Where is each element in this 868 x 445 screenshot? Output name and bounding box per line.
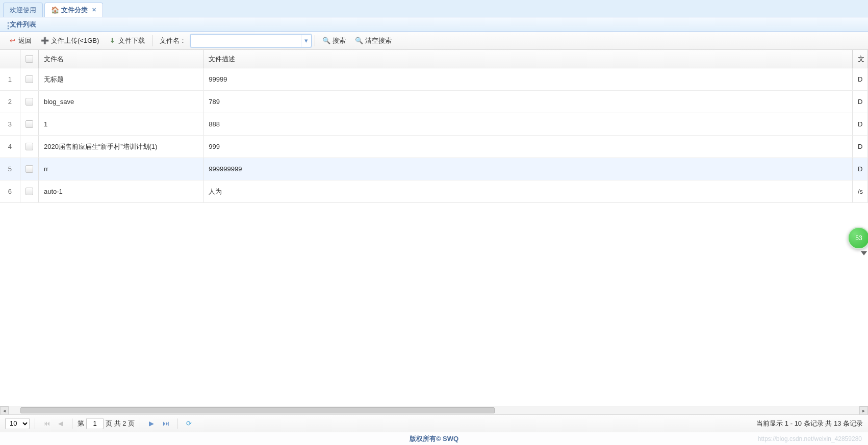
table-row[interactable]: 5rr999999999D <box>0 158 868 180</box>
row-number: 5 <box>0 158 20 180</box>
tab-welcome-label: 欢迎使用 <box>10 6 36 15</box>
copyright: 版权所有© SWQ <box>410 434 458 443</box>
separator <box>35 418 35 429</box>
table-row[interactable]: 31888D <box>0 113 868 136</box>
cell-desc: 人为 <box>203 180 853 202</box>
row-checkbox[interactable] <box>25 165 33 173</box>
cell-name: auto-1 <box>39 180 203 202</box>
select-all-checkbox[interactable] <box>25 55 33 63</box>
cell-ext: D <box>853 136 868 158</box>
col-header-ext[interactable]: 文 <box>853 50 868 68</box>
row-number: 4 <box>0 136 20 158</box>
row-number: 2 <box>0 91 20 113</box>
cell-ext: D <box>853 158 868 180</box>
cell-name: 2020届售前应届生“新手村”培训计划(1) <box>39 136 203 158</box>
row-checkbox-cell <box>20 113 39 135</box>
row-number: 6 <box>0 180 20 202</box>
row-checkbox-cell <box>20 158 39 180</box>
row-checkbox[interactable] <box>25 98 33 106</box>
cell-desc: 999999999 <box>203 158 853 180</box>
cell-ext: D <box>853 113 868 135</box>
clear-search-button[interactable]: 🔍 清空搜索 <box>351 35 396 47</box>
tab-welcome[interactable]: 欢迎使用 <box>3 3 43 17</box>
search-label: 搜索 <box>333 36 346 45</box>
upload-icon: ➕ <box>41 37 49 44</box>
filename-input[interactable] <box>191 35 301 47</box>
separator <box>177 418 177 429</box>
grid-header: 文件名 文件描述 文 <box>0 50 868 68</box>
page-number-input[interactable] <box>86 418 104 429</box>
panel-header: 文件列表 <box>0 17 868 32</box>
row-checkbox-cell <box>20 91 39 113</box>
cell-desc: 789 <box>203 91 853 113</box>
chevron-down-icon[interactable]: ▾ <box>301 35 311 47</box>
table-row[interactable]: 2blog_save789D <box>0 91 868 113</box>
clear-search-label: 清空搜索 <box>365 36 392 45</box>
row-checkbox-cell <box>20 136 39 158</box>
grid: 文件名 文件描述 文 1无标题99999D2blog_save789D31888… <box>0 50 868 414</box>
cell-desc: 999 <box>203 136 853 158</box>
search-button[interactable]: 🔍 搜索 <box>318 35 350 47</box>
grid-body: 1无标题99999D2blog_save789D31888D42020届售前应届… <box>0 68 868 406</box>
cell-name: 无标题 <box>39 68 203 90</box>
back-label: 返回 <box>18 36 32 45</box>
upload-button[interactable]: ➕ 文件上传(<1GB) <box>37 35 103 47</box>
separator <box>152 35 152 46</box>
col-rownum <box>0 50 20 68</box>
prev-page-button[interactable]: ◀ <box>55 417 67 430</box>
floating-arrow-icon[interactable] <box>861 251 867 255</box>
row-checkbox[interactable] <box>25 143 33 150</box>
page-label-middle: 页 共 2 页 <box>106 419 135 428</box>
page-label-prefix: 第 <box>78 419 84 428</box>
next-page-button[interactable]: ▶ <box>145 417 158 430</box>
separator <box>140 418 140 429</box>
table-row[interactable]: 6auto-1人为/s <box>0 180 868 203</box>
upload-label: 文件上传(<1GB) <box>51 36 99 45</box>
download-button[interactable]: ⬇ 文件下载 <box>104 35 149 47</box>
tabs-bar: 欢迎使用 🏠 文件分类 ✕ <box>0 0 868 17</box>
row-checkbox[interactable] <box>25 120 33 128</box>
back-button[interactable]: ↩ 返回 <box>4 35 36 47</box>
scroll-thumb[interactable] <box>20 407 495 413</box>
filename-combo[interactable]: ▾ <box>190 34 312 47</box>
close-icon[interactable]: ✕ <box>92 7 96 13</box>
row-checkbox[interactable] <box>25 188 33 195</box>
floating-badge-text: 53 <box>855 234 862 242</box>
cell-desc: 99999 <box>203 68 853 90</box>
horizontal-scrollbar[interactable]: ◂ ▸ <box>0 406 868 414</box>
back-icon: ↩ <box>8 37 16 44</box>
home-icon: 🏠 <box>51 6 59 14</box>
refresh-button[interactable]: ⟳ <box>183 417 195 430</box>
cell-name: rr <box>39 158 203 180</box>
col-header-name[interactable]: 文件名 <box>39 50 203 68</box>
panel-title: 文件列表 <box>10 20 36 29</box>
app-root: 欢迎使用 🏠 文件分类 ✕ 文件列表 ↩ 返回 ➕ 文件上传(<1GB) ⬇ 文… <box>0 0 868 445</box>
cell-ext: /s <box>853 180 868 202</box>
table-row[interactable]: 1无标题99999D <box>0 68 868 91</box>
separator <box>315 35 315 46</box>
tab-file-category-label: 文件分类 <box>61 6 88 15</box>
first-page-button[interactable]: ⏮ <box>40 417 53 430</box>
table-row[interactable]: 42020届售前应届生“新手村”培训计划(1)999D <box>0 136 868 158</box>
row-number: 3 <box>0 113 20 135</box>
footer: 版权所有© SWQ https://blog.csdn.net/weixin_4… <box>0 432 868 445</box>
cell-name: blog_save <box>39 91 203 113</box>
toolbar: ↩ 返回 ➕ 文件上传(<1GB) ⬇ 文件下载 文件名： ▾ 🔍 搜索 🔍 清… <box>0 32 868 50</box>
tab-file-category[interactable]: 🏠 文件分类 ✕ <box>44 3 103 17</box>
col-header-desc[interactable]: 文件描述 <box>203 50 853 68</box>
floating-badge[interactable]: 53 <box>848 227 868 249</box>
cell-name: 1 <box>39 113 203 135</box>
filename-label: 文件名： <box>160 36 186 45</box>
scroll-right-icon[interactable]: ▸ <box>859 406 868 414</box>
download-icon: ⬇ <box>108 37 116 44</box>
page-size-select[interactable]: 10 <box>5 418 30 429</box>
row-checkbox-cell <box>20 68 39 90</box>
separator <box>72 418 72 429</box>
paging-bar: 10 ⏮ ◀ 第 页 共 2 页 ▶ ⏭ ⟳ 当前显示 1 - 10 条记录 共… <box>0 414 868 432</box>
row-checkbox[interactable] <box>25 75 33 83</box>
scroll-left-icon[interactable]: ◂ <box>0 406 9 414</box>
cell-desc: 888 <box>203 113 853 135</box>
last-page-button[interactable]: ⏭ <box>160 417 172 430</box>
cell-ext: D <box>853 68 868 90</box>
search-icon: 🔍 <box>322 37 330 44</box>
